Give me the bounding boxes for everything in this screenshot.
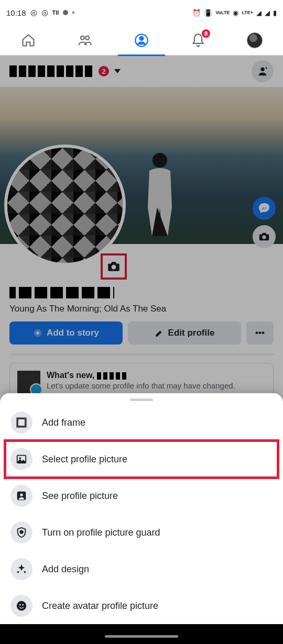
lte-indicator: LTE+ — [242, 10, 253, 15]
profile-name-block — [0, 280, 283, 302]
profile-camera-button[interactable] — [101, 253, 127, 280]
header-badge: 2 — [99, 66, 109, 76]
update-card-subtitle: Let's update some profile info that may … — [47, 381, 235, 390]
sheet-picture-guard[interactable]: Turn on profile picture guard — [0, 514, 283, 551]
signal-icon: ◢ — [265, 9, 270, 17]
svg-point-17 — [19, 604, 21, 606]
top-tabbar: 8 — [0, 25, 283, 55]
update-card-thumb — [17, 371, 40, 394]
add-to-story-button[interactable]: Add to story — [9, 321, 123, 345]
android-navbar[interactable] — [0, 624, 283, 644]
sheet-label: Add frame — [42, 417, 85, 428]
svg-point-0 — [81, 36, 84, 39]
sheet-select-profile-picture[interactable]: Select profile picture — [5, 441, 278, 478]
page-header: 2 — [0, 55, 283, 87]
pencil-icon — [155, 328, 164, 338]
svg-point-1 — [85, 36, 89, 39]
profile-name-redacted — [9, 65, 93, 77]
volte-indicator: VoLTE — [215, 10, 230, 15]
alarm-icon: ⏰ — [192, 9, 201, 17]
instagram-icon: ◎ — [41, 8, 48, 17]
picture-icon — [10, 448, 32, 470]
person-square-icon — [10, 485, 32, 507]
battery-icon: ▮ — [273, 9, 277, 17]
svg-point-6 — [262, 235, 266, 239]
notification-badge: 8 — [202, 29, 210, 38]
tab-friends[interactable] — [61, 25, 108, 55]
sheet-add-design[interactable]: Add design — [0, 551, 283, 587]
svg-point-15 — [20, 530, 23, 534]
signal-icon: ◢ — [256, 9, 262, 17]
sheet-label: Create avatar profile picture — [42, 601, 158, 612]
status-bar: 10:18 ◎ ◎ TII ⏰ 📳 VoLTE ◉ LTE+ ◢ ◢ ▮ — [0, 0, 283, 25]
frame-icon — [10, 412, 32, 434]
status-time: 10:18 — [6, 8, 26, 17]
tab-home[interactable] — [5, 25, 52, 55]
plus-circle-icon — [33, 328, 42, 338]
edit-profile-button[interactable]: Edit profile — [128, 321, 241, 345]
tab-menu[interactable] — [231, 25, 278, 55]
instagram-icon: ◎ — [30, 8, 37, 17]
shield-icon — [10, 521, 32, 543]
more-label: ••• — [255, 328, 265, 338]
section-divider — [9, 354, 274, 354]
edit-profile-label: Edit profile — [168, 328, 215, 338]
dot-icon — [72, 12, 74, 14]
svg-point-18 — [22, 604, 24, 606]
svg-point-14 — [20, 493, 23, 496]
profile-display-name-redacted — [9, 287, 114, 298]
profile-page: 2 Young As The Morning; Old As The Sea — [0, 55, 283, 430]
sheet-label: Add design — [42, 564, 89, 575]
sheet-create-avatar[interactable]: Create avatar profile picture — [0, 587, 283, 624]
tab-notifications[interactable]: 8 — [175, 25, 222, 55]
svg-point-3 — [140, 37, 144, 40]
update-card-name-redacted — [97, 372, 128, 380]
svg-point-16 — [17, 601, 26, 610]
messenger-button[interactable] — [253, 197, 276, 220]
cover-figure — [142, 150, 178, 239]
sheet-handle[interactable] — [130, 398, 153, 401]
profile-bio: Young As The Morning; Old As The Sea — [0, 302, 283, 321]
tab-profile[interactable] — [118, 25, 165, 55]
status-indicator: TII — [52, 9, 59, 16]
dot-icon — [63, 10, 68, 15]
svg-point-4 — [260, 68, 264, 71]
more-button[interactable]: ••• — [246, 321, 274, 345]
sheet-label: Select profile picture — [42, 454, 127, 465]
sheet-add-frame[interactable]: Add frame — [0, 404, 283, 441]
vibrate-icon: 📳 — [204, 9, 212, 17]
profile-picture-action-sheet: Add frame Select profile picture See pro… — [0, 393, 283, 624]
chevron-down-icon[interactable] — [114, 69, 121, 73]
sheet-label: Turn on profile picture guard — [42, 527, 160, 538]
profile-picture[interactable] — [4, 145, 126, 266]
svg-point-5 — [153, 153, 167, 168]
edit-avatar-button[interactable] — [252, 60, 274, 82]
svg-rect-9 — [18, 419, 26, 427]
svg-point-7 — [112, 265, 116, 270]
avatar-icon — [10, 595, 32, 617]
update-card-title: What's new, — [47, 371, 235, 380]
menu-avatar-icon — [247, 32, 263, 48]
hotspot-icon: ◉ — [233, 9, 238, 17]
sheet-label: See profile picture — [42, 491, 118, 502]
add-story-label: Add to story — [47, 328, 99, 338]
sheet-see-profile-picture[interactable]: See profile picture — [0, 478, 283, 514]
sparkle-icon — [10, 558, 32, 580]
svg-point-12 — [19, 457, 21, 459]
